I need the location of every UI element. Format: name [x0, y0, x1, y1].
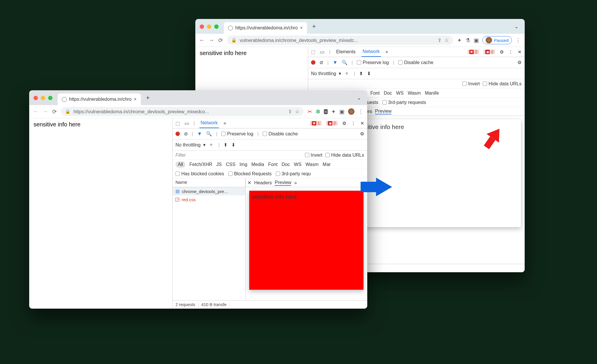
issues-badge[interactable]: ▣2	[326, 121, 338, 126]
maximize-icon[interactable]	[214, 24, 219, 29]
overflow-icon[interactable]: »	[386, 49, 388, 54]
type-filter[interactable]: Doc	[384, 91, 392, 96]
address-bar[interactable]: 🔒 vulnerabledoma.in/chrome_devtools_prev…	[227, 36, 453, 45]
blocked-requests-checkbox[interactable]: Blocked Requests	[228, 171, 272, 176]
blocked-cookies-checkbox[interactable]: Has blocked cookies	[175, 171, 224, 176]
wifi-icon[interactable]: ᯤ	[345, 71, 350, 76]
error-badge[interactable]: ✖2	[468, 50, 479, 54]
close-detail-icon[interactable]: ✕	[247, 180, 251, 185]
flask-icon[interactable]: ⚗	[465, 37, 470, 44]
reload-icon[interactable]: ⟳	[218, 37, 223, 44]
tab-list-chevron-icon[interactable]: ⌄	[357, 95, 361, 101]
filter-icon[interactable]: ▼	[197, 131, 202, 137]
avatar-icon[interactable]	[348, 108, 354, 115]
reload-icon[interactable]: ⟳	[52, 108, 57, 115]
close-devtools-icon[interactable]: ✕	[518, 49, 522, 55]
type-filter[interactable]: Mar	[323, 162, 331, 167]
type-filter[interactable]: Manife	[425, 91, 439, 96]
traffic-lights[interactable]	[200, 24, 219, 29]
close-icon[interactable]	[34, 96, 38, 100]
type-filter[interactable]: WS	[396, 91, 404, 96]
address-bar[interactable]: 🔒 https://vulnerabledoma.in/chrome_devto…	[61, 107, 303, 116]
filter-icon[interactable]: ▼	[333, 60, 338, 66]
kebab-icon[interactable]: ⋮	[351, 121, 356, 126]
type-filter[interactable]: All	[175, 161, 185, 168]
wifi-icon[interactable]: ᯤ	[210, 142, 214, 148]
download-icon[interactable]: ⬇	[367, 71, 371, 76]
tab-list-chevron-icon[interactable]: ⌄	[514, 23, 519, 30]
gear-icon[interactable]: ⚙	[500, 49, 504, 55]
list-item[interactable]: ↗ red.css	[173, 195, 245, 204]
panel-icon[interactable]: ▣	[474, 37, 479, 44]
extensions-icon[interactable]: ✦	[457, 37, 462, 44]
type-filter[interactable]: JS	[216, 162, 222, 167]
type-filter[interactable]: Wasm	[305, 162, 319, 167]
close-tab-icon[interactable]: ×	[300, 25, 303, 31]
type-filter[interactable]: Font	[370, 91, 380, 96]
third-party-checkbox[interactable]: 3rd-party requests	[382, 100, 426, 105]
new-tab-button[interactable]: +	[146, 94, 150, 102]
error-badge[interactable]: ✖1	[310, 121, 322, 126]
third-party-checkbox[interactable]: 3rd-party requ	[276, 171, 311, 176]
issues-badge[interactable]: ▣2	[484, 50, 495, 54]
tab-elements[interactable]: Elements	[335, 47, 357, 57]
close-tab-icon[interactable]: ×	[134, 97, 136, 102]
back-icon[interactable]: ←	[199, 37, 205, 43]
inspect-icon[interactable]: ⬚	[311, 49, 315, 55]
type-filter[interactable]: Fetch/XHR	[189, 162, 212, 167]
minimize-icon[interactable]	[41, 96, 45, 100]
ext2-icon[interactable]: n	[324, 109, 328, 114]
tab-headers[interactable]: Headers	[254, 180, 272, 185]
new-tab-button[interactable]: +	[312, 23, 316, 30]
device-icon[interactable]: ▭	[320, 49, 324, 55]
type-filter[interactable]: Wasm	[408, 91, 421, 96]
tab-network[interactable]: Network	[361, 47, 381, 57]
download-icon[interactable]: ⬇	[231, 142, 235, 148]
kebab-icon[interactable]: ⋮	[508, 49, 513, 55]
filter-input[interactable]: Filter	[175, 153, 302, 158]
forward-icon[interactable]: →	[209, 37, 214, 43]
traffic-lights[interactable]	[34, 96, 52, 100]
maximize-icon[interactable]	[48, 96, 52, 100]
inspect-icon[interactable]: ⬚	[175, 121, 180, 126]
close-icon[interactable]	[200, 24, 204, 29]
upload-icon[interactable]: ⬆	[224, 142, 227, 148]
tab-preview[interactable]: Preview	[375, 109, 391, 114]
invert-checkbox[interactable]: Invert	[305, 153, 322, 158]
clear-icon[interactable]: ⊘	[319, 60, 323, 65]
tab-preview[interactable]: Preview	[275, 180, 291, 186]
type-filter[interactable]: Media	[251, 162, 264, 167]
menu-icon[interactable]: ⋮	[515, 37, 521, 44]
hide-urls-checkbox[interactable]: Hide data URLs	[483, 81, 522, 86]
type-filter[interactable]: Doc	[282, 162, 290, 167]
record-icon[interactable]	[311, 60, 315, 65]
gear-icon[interactable]: ⚙	[360, 131, 364, 137]
overflow-icon[interactable]: »	[224, 121, 226, 126]
disable-cache-checkbox[interactable]: Disable cache	[398, 60, 433, 65]
clear-icon[interactable]: ⊘	[184, 131, 188, 137]
minimize-icon[interactable]	[207, 24, 211, 29]
device-icon[interactable]: ▭	[185, 121, 189, 126]
disable-cache-checkbox[interactable]: Disable cache	[263, 131, 298, 137]
search-icon[interactable]: 🔍	[342, 60, 347, 65]
record-icon[interactable]	[175, 132, 180, 136]
extensions-icon[interactable]: ✦	[331, 108, 336, 115]
scissors-icon[interactable]: ✂	[308, 108, 312, 115]
tab-network[interactable]: Network	[199, 118, 219, 128]
preserve-log-checkbox[interactable]: Preserve log	[357, 60, 389, 65]
throttle-dropdown[interactable]: No throttling ▾	[311, 71, 341, 76]
type-filter[interactable]: Font	[268, 162, 278, 167]
back-icon[interactable]: ←	[33, 108, 38, 115]
list-item[interactable]: ▤ chrome_devtools_pre…	[173, 187, 245, 195]
search-icon[interactable]: 🔍	[206, 131, 212, 137]
invert-checkbox[interactable]: Invert	[462, 81, 480, 86]
upload-icon[interactable]: ⬆	[359, 71, 363, 76]
share-icon[interactable]: ⇪	[288, 109, 292, 114]
preserve-log-checkbox[interactable]: Preserve log	[221, 131, 253, 137]
browser-tab[interactable]: https://vulnerabledoma.in/chro ×	[224, 22, 307, 34]
type-filter[interactable]: WS	[294, 162, 301, 167]
menu-icon[interactable]: ⋮	[358, 108, 364, 115]
profile-paused[interactable]: Paused	[482, 36, 512, 44]
star-icon[interactable]: ☆	[295, 109, 299, 114]
share-icon[interactable]: ⇪	[438, 38, 442, 43]
